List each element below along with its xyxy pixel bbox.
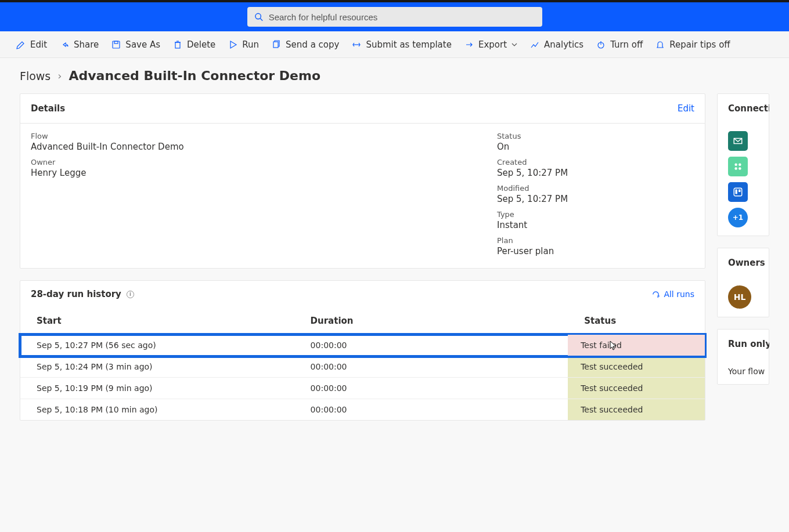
runonly-card: Run only Your flow xyxy=(717,329,769,385)
cmd-label: Analytics xyxy=(544,39,583,50)
svg-rect-19 xyxy=(736,190,737,194)
run-button[interactable]: Run xyxy=(228,39,259,50)
owner-avatar[interactable]: HL xyxy=(728,285,751,309)
cell-status: Test succeeded xyxy=(568,356,705,378)
template-icon xyxy=(352,40,361,49)
top-bar xyxy=(0,0,789,31)
edit-button[interactable]: Edit xyxy=(16,39,47,50)
svg-point-14 xyxy=(734,163,737,166)
cmd-label: Export xyxy=(478,39,507,50)
breadcrumb-root[interactable]: Flows xyxy=(20,70,51,82)
svg-rect-4 xyxy=(175,42,180,48)
cell-duration: 00:00:00 xyxy=(294,399,568,421)
cell-status: Test succeeded xyxy=(568,399,705,421)
history-row[interactable]: Sep 5, 10:19 PM (9 min ago)00:00:00Test … xyxy=(20,378,705,399)
status-badge: Test succeeded xyxy=(568,378,705,399)
pencil-icon xyxy=(16,40,26,49)
cell-start: Sep 5, 10:18 PM (10 min ago) xyxy=(20,399,294,421)
submittpl-button[interactable]: Submit as template xyxy=(352,39,451,50)
delete-button[interactable]: Delete xyxy=(173,39,215,50)
search-icon xyxy=(254,12,263,21)
allruns-link[interactable]: All runs xyxy=(651,289,694,299)
status-badge: Test succeeded xyxy=(568,356,705,377)
breadcrumb: Flows › Advanced Built-In Connector Demo xyxy=(0,58,789,93)
col-status: Status xyxy=(568,307,705,335)
cell-duration: 00:00:00 xyxy=(294,335,568,356)
cmd-label: Run xyxy=(242,39,259,50)
turnoff-button[interactable]: Turn off xyxy=(596,39,643,50)
analytics-icon xyxy=(530,40,539,49)
export-button[interactable]: Export xyxy=(464,39,517,50)
type-label: Type xyxy=(497,210,694,219)
details-edit-link[interactable]: Edit xyxy=(678,103,694,114)
status-badge: Test failed xyxy=(568,335,705,356)
export-icon xyxy=(464,40,474,49)
owner-label: Owner xyxy=(31,158,474,167)
cursor-icon xyxy=(610,341,618,353)
svg-point-17 xyxy=(738,167,741,170)
trello-connector-icon[interactable] xyxy=(728,182,748,202)
svg-rect-20 xyxy=(738,190,740,193)
cell-status: Test succeeded xyxy=(568,378,705,399)
cell-start: Sep 5, 10:19 PM (9 min ago) xyxy=(20,378,294,399)
modified-label: Modified xyxy=(497,184,694,193)
svg-point-16 xyxy=(734,167,737,170)
sendcopy-button[interactable]: Send a copy xyxy=(272,39,339,50)
repair-button[interactable]: Repair tips off xyxy=(655,39,730,50)
col-start: Start xyxy=(20,307,294,335)
svg-text:i: i xyxy=(129,291,131,297)
owners-card: Owners HL xyxy=(717,248,769,317)
mail-connector-icon[interactable] xyxy=(728,131,748,151)
chevron-down-icon xyxy=(511,42,517,48)
cell-start: Sep 5, 10:24 PM (3 min ago) xyxy=(20,356,294,378)
history-row[interactable]: Sep 5, 10:27 PM (56 sec ago)00:00:00Test… xyxy=(20,335,705,356)
search-input[interactable] xyxy=(269,12,535,22)
slack-connector-icon[interactable] xyxy=(728,157,748,176)
allruns-label: All runs xyxy=(664,289,694,299)
cmd-label: Save As xyxy=(125,39,160,50)
cmd-label: Repair tips off xyxy=(669,39,730,50)
history-card: 28-day run history i All runs Start Dura… xyxy=(20,280,705,421)
svg-point-15 xyxy=(738,163,741,166)
svg-rect-18 xyxy=(734,188,742,196)
owners-title: Owners xyxy=(728,258,765,268)
cell-status: Test failed xyxy=(568,335,705,356)
svg-rect-3 xyxy=(114,41,118,44)
svg-line-1 xyxy=(260,19,262,21)
share-button[interactable]: Share xyxy=(60,39,99,50)
refresh-icon xyxy=(651,290,660,299)
cmd-label: Turn off xyxy=(610,39,643,50)
type-value: Instant xyxy=(497,220,694,230)
history-title: 28-day run history xyxy=(31,289,121,299)
created-value: Sep 5, 10:27 PM xyxy=(497,168,694,178)
bell-icon xyxy=(655,40,665,49)
play-icon xyxy=(228,40,237,49)
analytics-button[interactable]: Analytics xyxy=(530,39,583,50)
connections-card: Connections +1 xyxy=(717,93,769,236)
more-connectors-badge[interactable]: +1 xyxy=(728,208,748,227)
svg-point-0 xyxy=(255,13,260,19)
status-badge: Test succeeded xyxy=(568,399,705,420)
chevron-right-icon: › xyxy=(57,70,62,82)
svg-rect-2 xyxy=(113,41,120,48)
cmd-label: Submit as template xyxy=(366,39,451,50)
cell-duration: 00:00:00 xyxy=(294,378,568,399)
cmd-label: Share xyxy=(74,39,99,50)
power-icon xyxy=(596,40,606,49)
history-row[interactable]: Sep 5, 10:24 PM (3 min ago)00:00:00Test … xyxy=(20,356,705,378)
flow-label: Flow xyxy=(31,132,474,140)
cell-duration: 00:00:00 xyxy=(294,356,568,378)
cmd-label: Edit xyxy=(30,39,47,50)
cell-start: Sep 5, 10:27 PM (56 sec ago) xyxy=(20,335,294,356)
flow-value: Advanced Built-In Connector Demo xyxy=(31,142,474,152)
saveas-button[interactable]: Save As xyxy=(111,39,160,50)
history-row[interactable]: Sep 5, 10:18 PM (10 min ago)00:00:00Test… xyxy=(20,399,705,421)
plan-label: Plan xyxy=(497,236,694,245)
details-card: Details Edit Flow Advanced Built-In Conn… xyxy=(20,93,705,269)
info-icon[interactable]: i xyxy=(126,289,135,299)
search-box[interactable] xyxy=(247,7,542,27)
cmd-label: Send a copy xyxy=(286,39,339,50)
status-label: Status xyxy=(497,132,694,140)
connections-title: Connections xyxy=(728,103,769,114)
modified-value: Sep 5, 10:27 PM xyxy=(497,194,694,204)
